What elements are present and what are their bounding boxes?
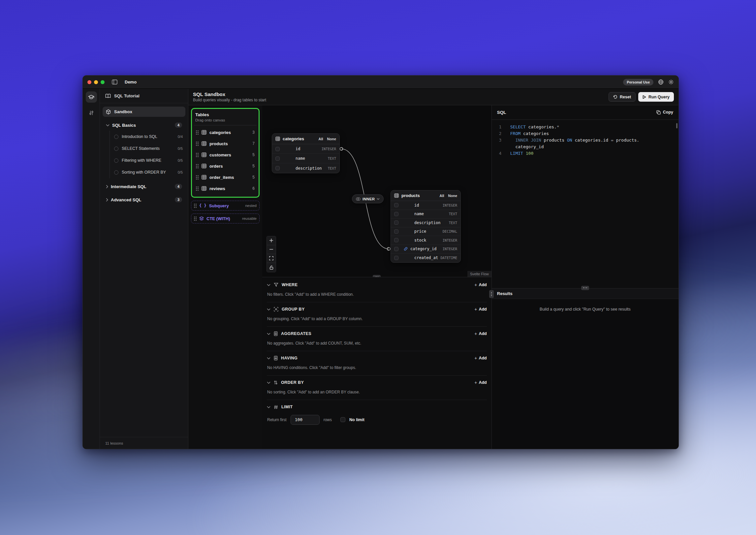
column-count: 7	[252, 141, 255, 146]
column-row-description[interactable]: description TEXT	[272, 163, 339, 173]
chevron-down-icon[interactable]	[267, 382, 270, 384]
column-checkbox[interactable]	[394, 247, 398, 251]
palette-table-reviews[interactable]: reviews 6	[195, 183, 255, 194]
query-canvas[interactable]: categories All None id	[262, 105, 491, 277]
column-checkbox[interactable]	[394, 203, 398, 207]
chevron-down-icon[interactable]	[267, 308, 270, 311]
fit-view-button[interactable]	[267, 254, 276, 263]
column-row-stock[interactable]: stock INTEGER	[391, 236, 460, 245]
reset-button[interactable]: Reset	[609, 92, 636, 102]
palette-table-categories[interactable]: categories 3	[195, 127, 255, 138]
zoom-in-button[interactable]	[267, 236, 276, 245]
sidebar-section-sql-basics[interactable]: SQL Basics 4	[103, 120, 185, 130]
chevron-down-icon[interactable]	[267, 406, 270, 408]
column-type: INTEGER	[322, 147, 336, 151]
canvas-node-categories[interactable]: categories All None id	[272, 133, 340, 173]
node-header[interactable]: products All None	[391, 190, 460, 201]
close-button[interactable]	[87, 80, 91, 84]
panel-resize-handle-horizontal[interactable]	[373, 275, 381, 277]
column-checkbox[interactable]	[394, 212, 398, 216]
tutorial-rail-button[interactable]	[86, 91, 97, 103]
settings-rail-button[interactable]	[86, 107, 97, 118]
add-order-by-button[interactable]: +Add	[474, 380, 487, 385]
drag-grip-icon[interactable]	[196, 186, 199, 191]
sidebar-toggle-icon[interactable]	[112, 80, 117, 84]
column-row-price[interactable]: price DECIMAL	[391, 227, 460, 236]
lesson-item[interactable]: Sorting with ORDER BY 0/5	[113, 166, 185, 178]
column-name: id	[296, 147, 300, 151]
run-query-button[interactable]: Run Query	[638, 92, 674, 102]
add-aggregate-button[interactable]: +Add	[474, 331, 487, 336]
palette-table-products[interactable]: products 7	[195, 138, 255, 149]
palette-subquery-item[interactable]: { } Subquery nested	[191, 201, 260, 211]
results-empty-text: Build a query and click "Run Query" to s…	[492, 307, 678, 312]
gear-icon[interactable]	[668, 79, 674, 85]
column-row-description[interactable]: description TEXT	[391, 218, 460, 227]
chevron-down-icon[interactable]	[267, 357, 270, 359]
sql-code[interactable]: 1SELECT categories.*2FROM categories3 IN…	[492, 120, 678, 288]
copy-sql-button[interactable]: Copy	[656, 110, 673, 115]
play-icon	[643, 95, 646, 99]
lesson-item[interactable]: SELECT Statements 0/5	[113, 143, 185, 154]
column-row-id[interactable]: id INTEGER	[391, 201, 460, 210]
select-none-button[interactable]: None	[448, 194, 457, 198]
canvas-node-products[interactable]: products All None id	[391, 190, 461, 263]
panel-resize-handle-vertical[interactable]	[489, 290, 494, 298]
column-checkbox[interactable]	[275, 166, 280, 170]
column-checkbox[interactable]	[394, 229, 398, 234]
drag-grip-icon[interactable]	[196, 142, 199, 146]
palette-table-order-items[interactable]: order_items 5	[195, 172, 255, 183]
column-row-name[interactable]: name TEXT	[272, 154, 339, 163]
column-checkbox[interactable]	[275, 156, 280, 161]
column-checkbox[interactable]	[394, 256, 398, 260]
chevron-down-icon[interactable]	[267, 284, 270, 286]
chevron-down-icon[interactable]	[267, 333, 270, 335]
palette-table-customers[interactable]: customers 5	[195, 149, 255, 160]
drag-grip-icon[interactable]	[196, 153, 199, 157]
sidebar-section-intermediate[interactable]: Intermediate SQL 4	[103, 182, 185, 191]
palette-table-orders[interactable]: orders 5	[195, 160, 255, 172]
column-row-id[interactable]: id INTEGER	[272, 144, 339, 154]
column-name: name	[414, 212, 424, 216]
connection-handle[interactable]	[388, 248, 391, 251]
no-limit-checkbox[interactable]	[340, 417, 345, 422]
drag-grip-icon[interactable]	[194, 217, 197, 221]
drag-grip-icon[interactable]	[196, 175, 199, 180]
zoom-window-button[interactable]	[101, 80, 105, 84]
select-all-button[interactable]: All	[439, 194, 444, 198]
sidebar-section-advanced[interactable]: Advanced SQL 3	[103, 195, 185, 205]
svelte-flow-attribution[interactable]: Svelte Flow	[467, 271, 491, 277]
results-title: Results	[497, 291, 513, 296]
column-checkbox[interactable]	[394, 238, 398, 242]
license-badge[interactable]: Personal Use	[623, 79, 653, 85]
results-resize-handle[interactable]	[581, 286, 589, 290]
drag-grip-icon[interactable]	[194, 204, 197, 208]
connection-handle[interactable]	[340, 148, 343, 150]
add-where-button[interactable]: +Add	[474, 282, 487, 287]
join-type-selector[interactable]: INNER	[352, 194, 384, 203]
drag-grip-icon[interactable]	[196, 130, 199, 135]
table-name: orders	[209, 164, 223, 169]
column-row-created-at[interactable]: created_at DATETIME	[391, 253, 460, 262]
select-none-button[interactable]: None	[327, 137, 336, 141]
node-header[interactable]: categories All None	[272, 134, 339, 144]
globe-icon[interactable]	[658, 79, 664, 85]
lock-toggle-button[interactable]	[267, 263, 276, 272]
lesson-item[interactable]: Introduction to SQL 0/4	[113, 131, 185, 143]
limit-input[interactable]	[291, 415, 320, 425]
select-all-button[interactable]: All	[318, 137, 323, 141]
column-count: 6	[252, 186, 255, 191]
column-row-name[interactable]: name TEXT	[391, 210, 460, 219]
sidebar-item-sandbox[interactable]: Sandbox	[103, 107, 185, 117]
column-checkbox[interactable]	[394, 220, 398, 225]
add-having-button[interactable]: +Add	[474, 355, 487, 361]
scrollbar-thumb[interactable]	[676, 123, 677, 128]
add-group-by-button[interactable]: +Add	[474, 307, 487, 312]
zoom-out-button[interactable]	[267, 245, 276, 254]
palette-cte-item[interactable]: CTE (WITH) reusable	[191, 214, 260, 223]
column-checkbox[interactable]	[275, 147, 280, 151]
column-row-category-id[interactable]: category_id INTEGER	[391, 245, 460, 254]
minimize-button[interactable]	[94, 80, 98, 84]
drag-grip-icon[interactable]	[196, 164, 199, 168]
lesson-item[interactable]: Filtering with WHERE 0/5	[113, 154, 185, 166]
